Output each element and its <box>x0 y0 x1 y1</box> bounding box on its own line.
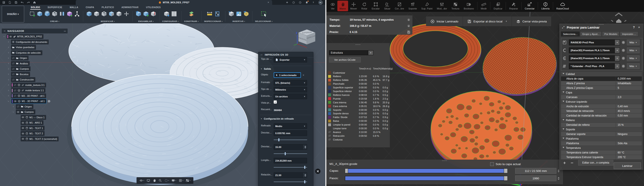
chevron-right-icon[interactable] <box>8 68 10 70</box>
tab-superficie[interactable]: SUPERFICIE <box>47 5 63 9</box>
visibility-on-icon[interactable] <box>22 121 24 124</box>
settings-group-extrusor-izquierdo[interactable]: Extrusor izquierdo <box>561 100 642 104</box>
tree-item[interactable]: Origen <box>2 104 33 109</box>
visibility-off-icon[interactable] <box>12 68 15 70</box>
new-tab-icon[interactable] <box>286 1 288 4</box>
construction-plane-icon[interactable] <box>188 11 195 18</box>
tree-item-chip[interactable]: Cuerpos <box>11 66 30 71</box>
viewports-tool[interactable]: ▾ <box>185 179 191 182</box>
tab-administrar[interactable]: ADMINISTRAR <box>121 5 139 9</box>
chevron-right-icon[interactable] <box>8 79 10 81</box>
visibility-off-icon[interactable] <box>12 57 15 60</box>
tree-item-chip[interactable]: M1 - ARO 1 <box>21 120 44 125</box>
structure-row[interactable]: Relleno1:23:006.9 %16.8 g <box>326 75 390 78</box>
gear-icon[interactable] <box>622 48 625 52</box>
tree-item[interactable]: Análisis <box>2 61 30 66</box>
structure-row[interactable]: Superficie inferior0:00:000.0 %0.0 g <box>326 89 390 93</box>
setting-value[interactable]: 60 °C <box>616 150 642 155</box>
slider-handle[interactable] <box>278 138 280 141</box>
setting-row[interactable]: Ancho de extrusión0,40 mm <box>561 104 642 109</box>
tree-item-chip[interactable]: MT09_MOLDES_FP02 <box>6 34 44 39</box>
fit-tool[interactable]: ▾ <box>164 179 170 182</box>
setting-row[interactable]: Temperatura Extrusor Izquierda205 °C <box>561 155 642 160</box>
gear-icon[interactable] <box>622 41 625 44</box>
tool-situar[interactable]: Situar <box>382 1 393 11</box>
settings-group-soporte[interactable]: Soporte <box>561 127 642 132</box>
derive-icon[interactable] <box>228 11 235 18</box>
structure-row[interactable]: Relleno Sólido9:05:3545.6 %97.7 g <box>326 78 390 82</box>
dropdown[interactable]: Exportar▼ <box>274 57 307 62</box>
visibility-on-icon[interactable] <box>22 137 24 140</box>
setting-value[interactable]: 205 °C <box>616 155 642 159</box>
settings-group-temperatura[interactable]: Temperatura <box>561 146 642 150</box>
visibility-on-icon[interactable] <box>22 132 24 135</box>
structure-row[interactable]: Retracción0:09:500.8 % <box>326 134 390 138</box>
visibility-on-icon[interactable] <box>14 100 17 103</box>
gridic-tool[interactable]: ▾ <box>178 179 184 182</box>
tree-item[interactable]: Construcción <box>2 77 35 82</box>
stepper-buttons[interactable] <box>557 176 560 181</box>
setting-row[interactable]: Altura Z precisa Capas5 <box>561 86 642 90</box>
tree-item-chip[interactable]: Cuerpos <box>16 109 35 114</box>
tool-textura[interactable]: Textura <box>449 1 462 11</box>
move-copy-icon[interactable] <box>123 11 130 18</box>
structure-row[interactable]: Limpiar torre0:00:000.0 %0.0 g <box>326 127 390 130</box>
chevron-down-icon[interactable] <box>3 36 6 38</box>
visibility-off-icon[interactable] <box>14 94 16 97</box>
ribbon-group-label[interactable]: CREAR ▾ <box>50 20 60 23</box>
save-icon[interactable] <box>405 30 412 34</box>
value-input[interactable]: 234.81269 mm <box>274 158 307 163</box>
chevron-down-icon[interactable]: ▼ <box>614 48 620 53</box>
ribbon-group-label[interactable]: ENSAMBLAR ▾ <box>138 20 154 23</box>
split-body-icon[interactable] <box>116 11 122 18</box>
help-icon[interactable]: ? <box>312 1 315 4</box>
checkbox-box[interactable] <box>490 162 494 166</box>
extrude-icon[interactable] <box>36 11 43 18</box>
view-gcode-button[interactable]: Ver archivo GCode <box>329 57 361 62</box>
slider-handle[interactable] <box>504 176 508 180</box>
selector-dropdown[interactable]: [Raise3D] Premium PLA 1.75mm▼ <box>569 48 620 53</box>
layer-slider[interactable] <box>345 176 508 181</box>
chevron-right-icon[interactable] <box>8 84 10 86</box>
dropdown-field[interactable]: Exportar▼ <box>274 57 307 62</box>
dropdown-field[interactable]: Un archivo▼ <box>274 94 307 99</box>
add-setting-button[interactable] <box>563 161 566 165</box>
tool-librer-a[interactable]: Librería <box>539 1 552 11</box>
avatar[interactable]: AL <box>318 1 323 5</box>
new-component-icon[interactable] <box>143 11 149 18</box>
tool-rotar[interactable]: Rotar <box>359 1 370 11</box>
view-cube[interactable]: SUPERIORFRONTALDERECHAZ <box>294 27 320 52</box>
structure-row[interactable]: Superficie superior0:00:000.0 %0.0 g <box>326 86 390 89</box>
prepare-tab-impresi-n-[interactable]: Impresión ... <box>620 32 638 37</box>
value-input[interactable]: 21.50 <box>274 172 307 178</box>
input[interactable]: 234.81269 mm <box>274 158 307 163</box>
undo-icon[interactable] <box>21 1 24 4</box>
visibility-off-icon[interactable] <box>12 62 15 65</box>
create-sketch-icon[interactable] <box>29 11 36 18</box>
tree-item-chip[interactable]: Bocetos <box>11 72 30 77</box>
tool-duplicar[interactable]: Duplicar <box>492 1 504 11</box>
visibility-off-icon[interactable] <box>12 78 15 81</box>
tab-plástico[interactable]: PLÁSTICO <box>101 5 114 9</box>
structure-row[interactable]: Planchado0:00:000.0 % <box>326 82 390 86</box>
section-header-salida[interactable]: ▼Salida <box>260 68 271 70</box>
tree-item[interactable]: M1 - 3D PRINT - stl:1 <box>2 99 50 104</box>
tree-item[interactable]: MT09_MOLDES_FP02 <box>2 34 44 39</box>
hand-tool[interactable] <box>152 179 157 182</box>
ribbon-group-label[interactable]: MODIFICAR ▾ <box>101 20 115 23</box>
tree-item[interactable]: M1 - TEXT 2 <box>2 131 44 136</box>
app-grid-icon[interactable] <box>2 1 5 4</box>
chevron-down-icon[interactable]: ▼ <box>614 40 620 45</box>
visibility-on-icon[interactable] <box>9 35 12 38</box>
loft-icon[interactable] <box>74 11 80 18</box>
slider[interactable] <box>274 138 307 141</box>
monitor-tool[interactable] <box>146 179 151 182</box>
stepper-buttons[interactable] <box>303 173 307 177</box>
structure-row[interactable]: Puente0:20:581.8 %2.5 g <box>326 97 390 100</box>
setting-row[interactable]: Carcasas2,0 <box>561 95 642 100</box>
tool-sup-paint[interactable]: Sup. Paint <box>419 1 434 11</box>
input[interactable]: 0.035781 mm <box>274 130 307 136</box>
tool-raisecloud[interactable]: RaiseCloud <box>554 1 571 11</box>
chevron-right-icon[interactable] <box>8 57 10 59</box>
drag-handle[interactable]: ••••• <box>442 160 447 162</box>
